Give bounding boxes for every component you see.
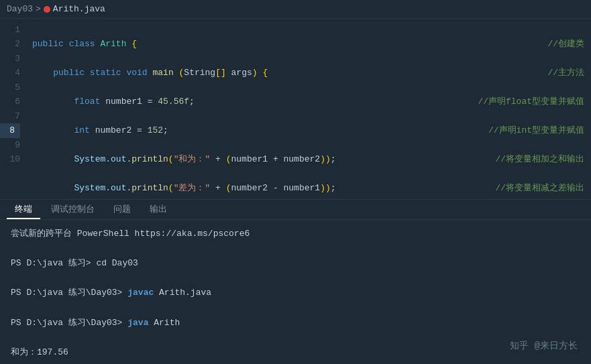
code-line-4: int number2 = 152; //声明int型变量并赋值 (32, 123, 584, 137)
breadcrumb-folder[interactable]: Day03 (7, 4, 33, 14)
line-num-7: 7 (0, 109, 20, 123)
terminal-arg2: Arith.java (154, 288, 211, 298)
code-line-3: float number1 = 45.56f; //声明float型变量并赋值 (32, 95, 584, 109)
tab-output[interactable]: 输出 (142, 200, 175, 219)
line-num-8: 8 (0, 123, 20, 137)
terminal-ps3: PS D:\java 练习\Day03> (11, 318, 127, 328)
code-line-6: System.out.println("差为：" + (number2 - nu… (32, 181, 584, 195)
tab-terminal[interactable]: 终端 (7, 200, 40, 219)
terminal-line1: PS D:\java 练习> cd Day03 (11, 256, 580, 271)
terminal-panel[interactable]: 尝试新的跨平台 PowerShell https://aka.ms/pscore… (0, 220, 591, 364)
breadcrumb-sep: > (36, 4, 41, 14)
line-num-3: 3 (0, 52, 20, 66)
line-num-9: 9 (0, 138, 20, 152)
error-indicator (44, 6, 50, 13)
code-line-1: public class Arith { //创建类 (32, 37, 584, 51)
code-lines[interactable]: public class Arith { //创建类 public static… (25, 19, 591, 199)
line-numbers: 1 2 3 4 5 6 7 8 9 10 (0, 19, 25, 199)
tab-problems[interactable]: 问题 (105, 200, 139, 219)
code-editor: 1 2 3 4 5 6 7 8 9 10 public class Arith … (0, 19, 591, 200)
breadcrumb-filename[interactable]: Arith.java (53, 4, 105, 14)
terminal-tabs: 终端 调试控制台 问题 输出 (0, 200, 591, 220)
terminal-result1: 和为：197.56 (11, 345, 580, 360)
line-num-10: 10 (0, 152, 20, 166)
code-line-5: System.out.println("和为：" + (number1 + nu… (32, 152, 584, 166)
terminal-ps2: PS D:\java 练习\Day03> (11, 288, 127, 298)
line-num-5: 5 (0, 80, 20, 95)
terminal-cmd2: javac (127, 288, 154, 298)
line-num-2: 2 (0, 37, 20, 51)
line-num-6: 6 (0, 95, 20, 109)
terminal-line3: PS D:\java 练习\Day03> java Arith (11, 316, 580, 330)
terminal-try-new: 尝试新的跨平台 PowerShell https://aka.ms/pscore… (11, 227, 580, 241)
tab-debug[interactable]: 调试控制台 (43, 200, 103, 219)
terminal-line2: PS D:\java 练习\Day03> javac Arith.java (11, 286, 580, 300)
code-line-2: public static void main (String[] args) … (32, 66, 584, 80)
watermark: 知乎 @来日方长 (510, 339, 578, 355)
line-num-4: 4 (0, 66, 20, 80)
terminal-cmd3: java (127, 318, 148, 328)
breadcrumb: Day03 > Arith.java (0, 0, 591, 19)
terminal-arg3: Arith (148, 318, 180, 328)
line-num-1: 1 (0, 23, 20, 37)
